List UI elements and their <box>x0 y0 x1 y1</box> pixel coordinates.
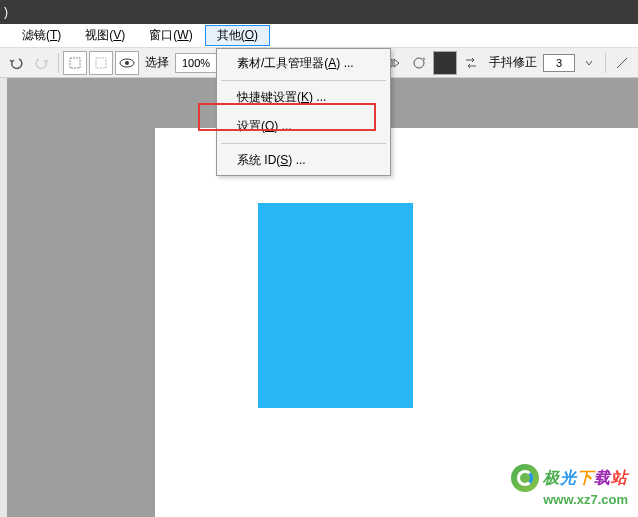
select-label: 选择 <box>141 54 173 71</box>
chevron-down-icon[interactable] <box>577 51 601 75</box>
zoom-input[interactable]: 100% <box>175 53 217 73</box>
menu-window[interactable]: 窗口(W) <box>137 25 204 46</box>
ruler-left <box>0 78 7 517</box>
svg-point-4 <box>414 58 424 68</box>
blue-rectangle <box>258 203 413 408</box>
titlebar: ) <box>0 0 638 24</box>
fill-square-icon[interactable] <box>433 51 457 75</box>
menu-view[interactable]: 视图(V) <box>73 25 137 46</box>
selection-add-icon[interactable] <box>89 51 113 75</box>
other-menu-dropdown: 素材/工具管理器(A) ... 快捷键设置(K) ... 设置(O) ... 系… <box>216 48 391 176</box>
svg-point-3 <box>125 61 129 65</box>
separator <box>605 53 606 73</box>
stabilize-value[interactable]: 3 <box>543 54 575 72</box>
menu-item-system-id[interactable]: 系统 ID(S) ... <box>217 146 390 175</box>
menubar: 滤镜(T) 视图(V) 窗口(W) 其他(O) <box>0 24 638 48</box>
svg-rect-1 <box>96 58 106 68</box>
title-suffix: ) <box>4 5 8 19</box>
menu-item-shortcut-settings[interactable]: 快捷键设置(K) ... <box>217 83 390 112</box>
redo-icon[interactable] <box>30 51 54 75</box>
menu-filter[interactable]: 滤镜(T) <box>10 25 73 46</box>
watermark-name: 极光下载站 <box>543 468 628 489</box>
stabilize-label: 手抖修正 <box>485 54 541 71</box>
watermark-url: www.xz7.com <box>511 492 628 507</box>
svg-line-5 <box>617 58 627 68</box>
menu-item-material-manager[interactable]: 素材/工具管理器(A) ... <box>217 49 390 78</box>
undo-icon[interactable] <box>4 51 28 75</box>
menu-item-settings[interactable]: 设置(O) ... <box>217 112 390 141</box>
eye-icon[interactable] <box>115 51 139 75</box>
menu-other[interactable]: 其他(O) <box>205 25 270 46</box>
watermark-logo-icon <box>511 464 539 492</box>
line-tool-icon[interactable] <box>610 51 634 75</box>
rotate-icon[interactable] <box>407 51 431 75</box>
svg-rect-0 <box>70 58 80 68</box>
menu-separator <box>221 143 386 144</box>
watermark: 极光下载站 www.xz7.com <box>511 464 628 507</box>
swap-icon[interactable] <box>459 51 483 75</box>
menu-separator <box>221 80 386 81</box>
separator <box>58 53 59 73</box>
canvas[interactable] <box>155 128 638 517</box>
selection-rect-icon[interactable] <box>63 51 87 75</box>
